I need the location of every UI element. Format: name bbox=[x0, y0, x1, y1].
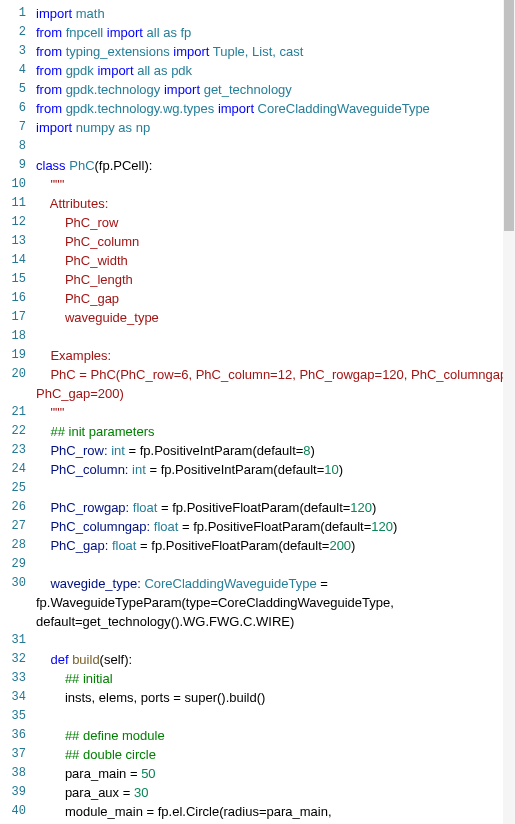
line-number: 36 bbox=[0, 726, 26, 745]
code-line[interactable]: Examples: bbox=[36, 346, 514, 365]
code-line[interactable]: PhC_row: int = fp.PositiveIntParam(defau… bbox=[36, 441, 514, 460]
code-content[interactable]: import mathfrom fnpcell import all as fp… bbox=[32, 0, 514, 824]
line-number: 33 bbox=[0, 669, 26, 688]
line-number: 27 bbox=[0, 517, 26, 536]
code-line[interactable]: PhC_column bbox=[36, 232, 514, 251]
code-line[interactable]: ## initial bbox=[36, 669, 514, 688]
line-number: 34 bbox=[0, 688, 26, 707]
code-line[interactable]: from gpdk import all as pdk bbox=[36, 61, 514, 80]
code-line[interactable]: ## define module bbox=[36, 726, 514, 745]
code-line[interactable]: PhC_width bbox=[36, 251, 514, 270]
line-number: 18 bbox=[0, 327, 26, 346]
line-number: 40 bbox=[0, 802, 26, 821]
line-number: 25 bbox=[0, 479, 26, 498]
code-line[interactable] bbox=[36, 327, 514, 346]
code-line[interactable]: para_main = 50 bbox=[36, 764, 514, 783]
line-number: 35 bbox=[0, 707, 26, 726]
code-line[interactable]: PhC_length bbox=[36, 270, 514, 289]
line-number: 19 bbox=[0, 346, 26, 365]
code-line[interactable] bbox=[36, 707, 514, 726]
code-line[interactable] bbox=[36, 479, 514, 498]
code-line[interactable]: PhC_gap: float = fp.PositiveFloatParam(d… bbox=[36, 536, 514, 555]
code-line[interactable]: PhC = PhC(PhC_row=6, PhC_column=12, PhC_… bbox=[36, 365, 514, 384]
code-line[interactable] bbox=[36, 137, 514, 156]
code-line[interactable]: insts, elems, ports = super().build() bbox=[36, 688, 514, 707]
line-number: 7 bbox=[0, 118, 26, 137]
line-number: 37 bbox=[0, 745, 26, 764]
code-line[interactable]: import math bbox=[36, 4, 514, 23]
line-number: 10 bbox=[0, 175, 26, 194]
code-line[interactable]: PhC_rowgap: float = fp.PositiveFloatPara… bbox=[36, 498, 514, 517]
line-number: 23 bbox=[0, 441, 26, 460]
code-line[interactable]: """ bbox=[36, 403, 514, 422]
line-number: 3 bbox=[0, 42, 26, 61]
line-number: 20 bbox=[0, 365, 26, 384]
code-line-wrap[interactable]: PhC_gap=200) bbox=[36, 384, 514, 403]
line-number: 15 bbox=[0, 270, 26, 289]
line-number: 31 bbox=[0, 631, 26, 650]
code-line[interactable]: PhC_gap bbox=[36, 289, 514, 308]
code-line[interactable]: import numpy as np bbox=[36, 118, 514, 137]
code-line[interactable]: from typing_extensions import Tuple, Lis… bbox=[36, 42, 514, 61]
code-line[interactable]: para_aux = 30 bbox=[36, 783, 514, 802]
line-number: 1 bbox=[0, 4, 26, 23]
line-number: 24 bbox=[0, 460, 26, 479]
code-line[interactable]: ## init parameters bbox=[36, 422, 514, 441]
code-line[interactable]: """ bbox=[36, 175, 514, 194]
line-number: 28 bbox=[0, 536, 26, 555]
line-number: 11 bbox=[0, 194, 26, 213]
line-number: 2 bbox=[0, 23, 26, 42]
line-number: 21 bbox=[0, 403, 26, 422]
code-line[interactable]: from fnpcell import all as fp bbox=[36, 23, 514, 42]
code-line[interactable]: def build(self): bbox=[36, 650, 514, 669]
line-number: 9 bbox=[0, 156, 26, 175]
line-number: 5 bbox=[0, 80, 26, 99]
code-editor[interactable]: 1234567891011121314151617181920212223242… bbox=[0, 0, 515, 824]
code-line[interactable]: waveguide_type bbox=[36, 308, 514, 327]
code-line-wrap[interactable]: default=get_technology().WG.FWG.C.WIRE) bbox=[36, 612, 514, 631]
code-line[interactable]: ## double circle bbox=[36, 745, 514, 764]
line-number: 32 bbox=[0, 650, 26, 669]
line-number: 14 bbox=[0, 251, 26, 270]
line-number: 12 bbox=[0, 213, 26, 232]
line-number: 4 bbox=[0, 61, 26, 80]
line-number: 16 bbox=[0, 289, 26, 308]
code-line[interactable]: Attributes: bbox=[36, 194, 514, 213]
line-number: 30 bbox=[0, 574, 26, 593]
line-number: 38 bbox=[0, 764, 26, 783]
code-line[interactable]: module_main = fp.el.Circle(radius=para_m… bbox=[36, 802, 514, 821]
line-number: 6 bbox=[0, 99, 26, 118]
code-line[interactable]: PhC_row bbox=[36, 213, 514, 232]
code-line[interactable]: from gpdk.technology.wg.types import Cor… bbox=[36, 99, 514, 118]
line-number: 26 bbox=[0, 498, 26, 517]
line-number: 22 bbox=[0, 422, 26, 441]
line-number: 13 bbox=[0, 232, 26, 251]
code-line[interactable]: PhC_column: int = fp.PositiveIntParam(de… bbox=[36, 460, 514, 479]
code-line[interactable]: wavegide_type: CoreCladdingWaveguideType… bbox=[36, 574, 514, 593]
code-line[interactable] bbox=[36, 631, 514, 650]
code-line[interactable]: from gpdk.technology import get_technolo… bbox=[36, 80, 514, 99]
code-line[interactable]: PhC_columngap: float = fp.PositiveFloatP… bbox=[36, 517, 514, 536]
line-number: 8 bbox=[0, 137, 26, 156]
scrollbar-thumb[interactable] bbox=[504, 0, 514, 231]
vertical-scrollbar[interactable] bbox=[503, 0, 515, 824]
code-line[interactable] bbox=[36, 555, 514, 574]
code-line[interactable]: class PhC(fp.PCell): bbox=[36, 156, 514, 175]
line-number: 17 bbox=[0, 308, 26, 327]
line-number-gutter: 1234567891011121314151617181920212223242… bbox=[0, 0, 32, 824]
line-number: 29 bbox=[0, 555, 26, 574]
code-line-wrap[interactable]: fp.WaveguideTypeParam(type=CoreCladdingW… bbox=[36, 593, 514, 612]
line-number: 39 bbox=[0, 783, 26, 802]
